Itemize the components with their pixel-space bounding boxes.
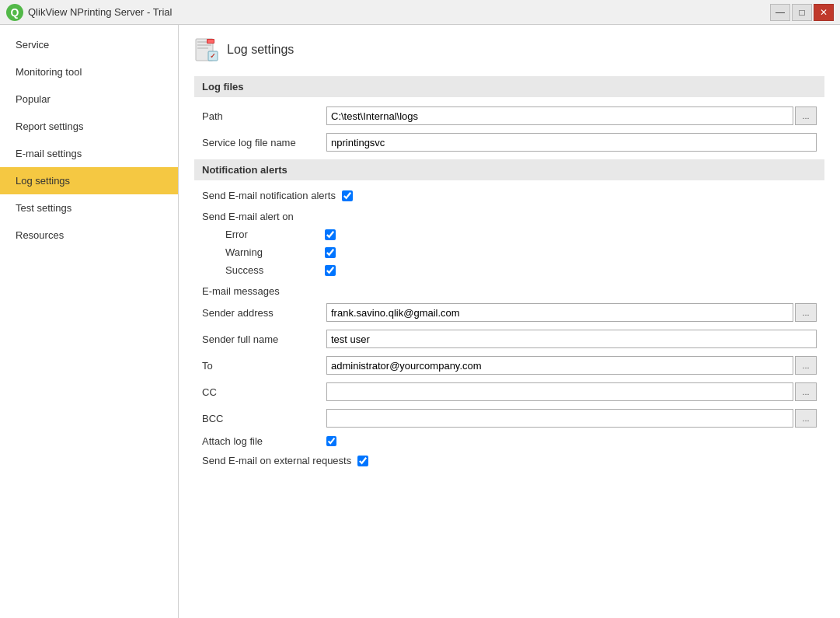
email-messages-label: E-mail messages — [194, 282, 824, 303]
sender-address-input[interactable] — [326, 303, 793, 322]
bcc-label: BCC — [202, 413, 326, 424]
service-log-row: Service log file name — [194, 133, 824, 152]
log-settings-icon: ✓ — [194, 37, 219, 62]
attach-log-checkbox[interactable] — [326, 436, 336, 446]
svg-rect-3 — [197, 47, 208, 49]
sidebar-item-popular[interactable]: Popular — [0, 86, 178, 113]
send-email-notification-checkbox[interactable] — [342, 190, 353, 201]
maximize-button[interactable]: □ — [792, 4, 812, 21]
success-label: Success — [225, 264, 319, 276]
error-checkbox[interactable] — [325, 229, 336, 240]
error-checkbox-row: Error — [194, 229, 824, 240]
app-logo: Q — [6, 4, 23, 21]
sender-fullname-input-wrapper — [326, 330, 817, 348]
main-content: ✓ Log settings Log files Path ... Servic… — [179, 25, 840, 618]
title-bar-left: Q QlikView NPrinting Server - Trial — [6, 4, 172, 21]
warning-checkbox[interactable] — [325, 247, 336, 258]
send-email-notification-row: Send E-mail notification alerts — [194, 190, 824, 201]
sender-fullname-label: Sender full name — [202, 333, 326, 345]
title-bar: Q QlikView NPrinting Server - Trial — □ … — [0, 0, 840, 25]
minimize-button[interactable]: — — [770, 4, 790, 21]
path-label: Path — [202, 110, 326, 122]
to-input[interactable] — [326, 356, 793, 375]
svg-text:✓: ✓ — [210, 52, 216, 60]
send-external-label: Send E-mail on external requests — [202, 455, 351, 466]
error-label: Error — [225, 229, 319, 240]
attach-log-input-wrapper — [326, 436, 817, 446]
sender-address-label: Sender address — [202, 307, 326, 319]
path-row: Path ... — [194, 106, 824, 125]
path-browse-button[interactable]: ... — [795, 106, 817, 125]
success-checkbox[interactable] — [325, 265, 336, 276]
sender-address-input-wrapper: ... — [326, 303, 817, 322]
to-browse-button[interactable]: ... — [795, 356, 817, 375]
path-input[interactable] — [326, 106, 793, 125]
svg-rect-7 — [207, 40, 214, 43]
service-log-input[interactable] — [326, 133, 817, 152]
sidebar-item-report-settings[interactable]: Report settings — [0, 113, 178, 140]
bcc-browse-button[interactable]: ... — [795, 409, 817, 428]
send-email-notification-label: Send E-mail notification alerts — [202, 190, 336, 201]
send-external-checkbox[interactable] — [357, 456, 368, 466]
attach-log-row: Attach log file — [194, 435, 824, 447]
bcc-input[interactable] — [326, 409, 793, 428]
app-container: Service Monitoring tool Popular Report s… — [0, 25, 840, 618]
bcc-input-wrapper: ... — [326, 409, 817, 428]
log-files-section-header: Log files — [194, 76, 824, 97]
to-row: To ... — [194, 356, 824, 375]
cc-input[interactable] — [326, 382, 793, 401]
svg-rect-2 — [197, 44, 211, 46]
sidebar-item-service[interactable]: Service — [0, 31, 178, 58]
service-log-input-wrapper — [326, 133, 817, 152]
page-title: Log settings — [227, 43, 294, 57]
path-input-wrapper: ... — [326, 106, 817, 125]
service-log-label: Service log file name — [202, 137, 326, 148]
cc-browse-button[interactable]: ... — [795, 382, 817, 401]
sidebar-item-email-settings[interactable]: E-mail settings — [0, 140, 178, 167]
close-button[interactable]: ✕ — [814, 4, 834, 21]
sender-fullname-row: Sender full name — [194, 330, 824, 348]
sidebar-item-monitoring-tool[interactable]: Monitoring tool — [0, 58, 178, 86]
sidebar: Service Monitoring tool Popular Report s… — [0, 25, 179, 618]
bcc-row: BCC ... — [194, 409, 824, 428]
warning-checkbox-row: Warning — [194, 246, 824, 258]
cc-label: CC — [202, 386, 326, 398]
success-checkbox-row: Success — [194, 264, 824, 276]
page-header: ✓ Log settings — [194, 37, 824, 62]
warning-label: Warning — [225, 246, 319, 258]
notification-alerts-section-header: Notification alerts — [194, 159, 824, 180]
to-label: To — [202, 360, 326, 372]
cc-row: CC ... — [194, 382, 824, 401]
sender-address-row: Sender address ... — [194, 303, 824, 322]
sidebar-item-test-settings[interactable]: Test settings — [0, 194, 178, 222]
to-input-wrapper: ... — [326, 356, 817, 375]
send-external-row: Send E-mail on external requests — [194, 455, 824, 466]
send-email-alert-on-label: Send E-mail alert on — [194, 208, 824, 229]
attach-log-label: Attach log file — [202, 435, 326, 447]
sender-fullname-input[interactable] — [326, 330, 817, 348]
sidebar-item-resources[interactable]: Resources — [0, 222, 178, 249]
window-controls: — □ ✕ — [770, 4, 834, 21]
cc-input-wrapper: ... — [326, 382, 817, 401]
sidebar-item-log-settings[interactable]: Log settings — [0, 167, 178, 194]
sender-address-browse-button[interactable]: ... — [795, 303, 817, 322]
window-title: QlikView NPrinting Server - Trial — [28, 6, 172, 18]
